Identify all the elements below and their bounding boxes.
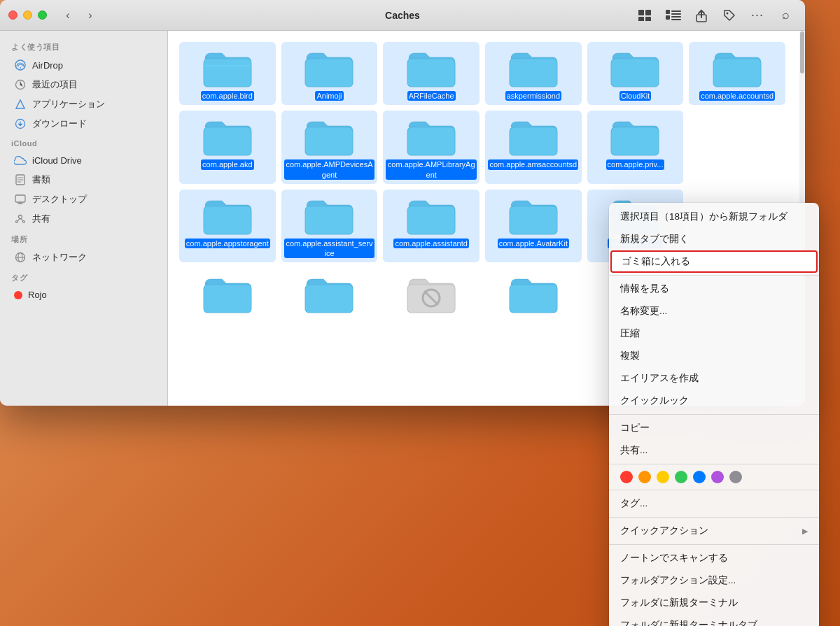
sidebar-item-airdrop[interactable]: AirDrop [3,55,164,75]
color-dot-purple[interactable] [711,471,724,483]
toolbar-right: ··· ⌕ [634,6,797,25]
svg-point-18 [19,215,22,219]
svg-rect-3 [645,17,651,21]
menu-separator-6 [609,544,819,545]
maximize-button[interactable] [38,10,47,20]
folder-icon [202,46,253,88]
sidebar-item-tag-red[interactable]: Rojo [3,286,164,304]
sidebar-item-network[interactable]: ネットワーク [3,248,164,267]
menu-item-tags[interactable]: タグ... [609,492,819,515]
sidebar-label-icloud-drive: iCloud Drive [32,155,82,166]
minimize-button[interactable] [23,10,32,20]
file-item-com-apple-priv[interactable]: com.apple.priv... [587,111,684,184]
svg-rect-5 [666,15,670,20]
menu-item-new-terminal[interactable]: フォルダに新規ターミナル [609,592,819,614]
sidebar-label-applications: アプリケーション [32,98,105,111]
color-dot-green[interactable] [675,471,687,483]
file-item-cloudkit[interactable]: CloudKit [587,42,684,105]
color-dot-blue[interactable] [693,471,706,483]
menu-item-quick-actions[interactable]: クイックアクション ▶ [609,520,819,542]
share-button[interactable] [690,6,713,25]
file-item-animoji[interactable]: Animoji [281,42,378,105]
folder-icon [202,194,253,236]
file-item-com-apple-akd[interactable]: com.apple.akd [179,111,276,184]
search-button[interactable]: ⌕ [774,6,797,25]
sidebar-item-downloads[interactable]: ダウンロード [3,114,164,134]
file-item-row4-4[interactable] [485,268,582,318]
file-item-row4-2[interactable] [281,268,378,318]
folder-icon [610,115,660,157]
folder-icon [202,272,253,314]
menu-item-folder-actions[interactable]: フォルダアクション設定... [609,569,819,592]
svg-rect-8 [671,16,681,17]
sidebar-item-recents[interactable]: 最近の項目 [3,75,164,94]
back-button[interactable]: ‹ [58,6,78,25]
color-dot-gray[interactable] [729,471,742,483]
file-item-com-apple-appstoragent[interactable]: com.apple.appstoragent [179,190,276,263]
sidebar-label-airdrop: AirDrop [32,60,63,71]
menu-item-new-terminal-tab[interactable]: フォルダに新規ターミナルタブ [609,614,819,626]
sidebar-item-applications[interactable]: アプリケーション [3,94,164,114]
file-label: ARFileCache [407,91,456,101]
view-icon-button[interactable] [634,6,657,25]
context-menu: 選択項目（18項目）から新規フォルダ 新規タブで開く ゴミ箱に入れる 情報を見る… [609,203,819,626]
menu-item-duplicate[interactable]: 複製 [609,345,819,367]
file-item-arfilecache[interactable]: ARFileCache [383,42,479,105]
desktop-icon [14,193,27,206]
folder-icon [508,115,559,157]
color-dot-orange[interactable] [638,471,651,483]
menu-item-quick-look[interactable]: クイックルック [609,390,819,412]
sidebar-item-shared[interactable]: 共有 [3,209,164,229]
file-item-com-apple-assistantd[interactable]: com.apple.assistantd [383,190,479,263]
file-item-row4-3-restricted[interactable] [383,268,479,318]
tag-button[interactable] [718,6,741,25]
menu-separator-3 [609,464,819,464]
menu-item-new-folder-selection[interactable]: 選択項目（18項目）から新規フォルダ [609,206,819,228]
sidebar-item-desktop[interactable]: デスクトップ [3,190,164,209]
sidebar-item-documents[interactable]: 書類 [3,170,164,190]
close-button[interactable] [8,10,18,20]
menu-item-open-new-tab[interactable]: 新規タブで開く [609,228,819,250]
file-item-askpermissiond[interactable]: askpermissiond [485,42,582,105]
menu-item-share[interactable]: 共有... [609,439,819,462]
menu-item-norton-scan[interactable]: ノートンでスキャンする [609,547,819,569]
folder-icon [508,46,559,88]
color-dot-yellow[interactable] [657,471,669,483]
folder-icon [304,115,354,157]
file-item-com-apple-assistant-service[interactable]: com.apple.assistant_service [281,190,378,263]
sidebar-label-tag-red: Rojo [28,290,47,300]
file-item-com-apple-ampdevicesagent[interactable]: com.apple.AMPDevicesAgent [281,111,378,184]
airdrop-icon [14,59,27,71]
recents-icon [14,78,27,91]
applications-icon [14,98,27,111]
view-list-button[interactable] [662,6,685,25]
file-item-com-apple-bird[interactable]: com.apple.bird [179,42,276,105]
file-item-com-apple-amplibraryagent[interactable]: com.apple.AMPLibraryAgent [383,111,479,184]
color-dot-red[interactable] [620,471,633,483]
file-label: com.apple.akd [201,159,254,169]
menu-item-rename[interactable]: 名称変更... [609,300,819,322]
svg-rect-0 [638,10,644,15]
sidebar-label-desktop: デスクトップ [32,193,87,206]
menu-item-make-alias[interactable]: エイリアスを作成 [609,367,819,390]
sidebar-item-icloud-drive[interactable]: iCloud Drive [3,150,164,170]
file-item-row4-1[interactable] [179,268,276,318]
sidebar-label-downloads: ダウンロード [32,118,87,130]
color-swatches [609,467,819,488]
scrollbar-thumb[interactable] [800,31,804,73]
menu-item-move-to-trash[interactable]: ゴミ箱に入れる [610,250,818,273]
file-item-com-apple-amsaccountsd[interactable]: com.apple.amsaccountsd [485,111,582,184]
menu-item-get-info[interactable]: 情報を見る [609,278,819,300]
menu-item-compress[interactable]: 圧縮 [609,322,819,345]
menu-separator-4 [609,490,819,490]
svg-rect-7 [671,13,681,15]
folder-icon [202,115,253,157]
navigation-arrows: ‹ › [58,6,100,25]
sidebar-section-locations-title: 場所 [0,229,167,248]
file-item-com-apple-accountsd[interactable]: com.apple.accountsd [689,42,785,105]
forward-button[interactable]: › [80,6,100,25]
more-button[interactable]: ··· [746,6,769,25]
file-item-com-apple-avatarkit[interactable]: com.apple.AvatarKit [485,190,582,263]
svg-rect-9 [671,19,681,20]
menu-item-copy[interactable]: コピー [609,417,819,439]
